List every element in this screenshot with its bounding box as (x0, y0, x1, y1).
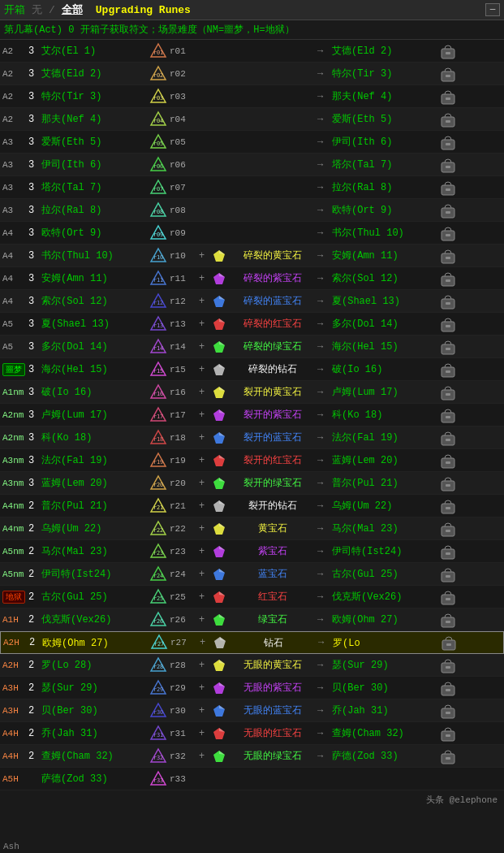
result-bag-icon (437, 156, 459, 174)
result-name: 乔(Jah 31) (332, 704, 437, 717)
rune-code: r07 (170, 183, 199, 193)
result-name: 科(Ko 18) (332, 408, 437, 422)
rune-name: 多尔(Dol 14) (41, 340, 147, 353)
gem-icon (210, 522, 228, 535)
svg-rect-41 (446, 257, 450, 259)
difficulty-level: A5H (2, 773, 28, 785)
difficulty-level: A4nm (2, 523, 28, 535)
result-name: 法尔(Fal 19) (332, 431, 437, 444)
close-button[interactable]: ─ (485, 3, 500, 16)
rune-icon: r09 (147, 224, 170, 242)
svg-text:r23: r23 (153, 550, 164, 556)
arrow: → (317, 159, 332, 171)
rune-icon: r32 (147, 747, 170, 765)
svg-rect-3 (446, 52, 450, 54)
table-row: A2H 2 罗(Lo 28) r28 r28 + 无眼的黄宝石 → 瑟(Sur … (0, 654, 504, 677)
result-name: 古尔(Gul 25) (332, 567, 437, 581)
arrow: → (317, 273, 332, 284)
quantity: 3 (28, 91, 41, 102)
gem-icon (210, 295, 228, 308)
result-bag-icon (437, 201, 459, 219)
gem-icon (210, 682, 228, 695)
rune-name: 伊司特(Ist24) (41, 567, 147, 581)
result-bag-icon (437, 110, 459, 128)
result-bag-icon (437, 429, 459, 447)
arrow: → (317, 296, 332, 307)
difficulty-level: A4 (2, 227, 28, 239)
result-name: 伐克斯(Vex26) (332, 590, 437, 604)
table-row: A3 3 爱斯(Eth 5) r05 r05 → 伊司(Ith 6) (0, 131, 504, 154)
quantity: 3 (28, 114, 41, 125)
quantity: 3 (28, 136, 41, 148)
table-row: A3H 2 瑟(Sur 29) r29 r29 + 无眼的紫宝石 → 贝(Ber… (0, 677, 504, 699)
quantity: 2 (29, 637, 42, 648)
table-row: A5nm 2 伊司特(Ist24) r24 r24 + 蓝宝石 → 古尔(Gul… (0, 563, 504, 586)
difficulty-level: A3nm (2, 478, 28, 489)
plus-sign: + (199, 500, 210, 512)
table-row: A3nm 3 法尔(Fal 19) r19 r19 + 裂开的红宝石 → 蓝姆(… (0, 449, 504, 472)
gem-name: 碎裂的蓝宝石 (228, 294, 317, 308)
arrow: → (317, 432, 332, 444)
tab-all[interactable]: 全部 (62, 2, 83, 17)
svg-rect-19 (446, 143, 450, 145)
quantity: 3 (28, 227, 41, 239)
result-name: 欧姆(Ohm 27) (332, 613, 437, 626)
rune-name: 卢姆(Lum 17) (41, 408, 147, 422)
arrow: → (317, 751, 332, 762)
rune-name: 查姆(Cham 32) (41, 749, 147, 763)
rune-icon: r18 (147, 429, 170, 447)
rune-icon: r05 (147, 133, 170, 151)
rune-name: 伊司(Ith 6) (41, 158, 147, 171)
rune-icon: r14 (147, 338, 170, 356)
result-name: 欧特(Ort 9) (332, 203, 437, 217)
rune-code: r03 (170, 92, 199, 102)
result-name: 伊司特(Ist24) (332, 544, 437, 558)
rune-code: r33 (170, 774, 199, 784)
rune-icon: r33 (147, 770, 170, 788)
table-container: A2 3 艾尔(El 1) r01 r01 → 艾德(Eld 2) A2 3 艾… (0, 40, 504, 790)
svg-text:r30: r30 (153, 709, 164, 716)
gem-name: 无眼的绿宝石 (228, 749, 317, 763)
rune-name: 古尔(Gul 25) (41, 590, 147, 604)
arrow: → (317, 682, 332, 694)
result-bag-icon (437, 88, 459, 106)
difficulty-level: A5nm (2, 569, 28, 580)
quantity: 2 (28, 546, 41, 557)
rune-icon: r17 (147, 406, 170, 424)
difficulty-level: A1nm (2, 387, 28, 398)
rune-code: r32 (170, 751, 199, 761)
svg-text:r22: r22 (153, 527, 164, 534)
gem-name: 无眼的黄宝石 (228, 658, 317, 672)
gem-icon (210, 704, 228, 717)
rune-name: 普尔(Pul 21) (41, 499, 147, 513)
gem-name: 无眼的紫宝石 (228, 681, 317, 695)
footer: 头条 @elephone (0, 790, 504, 809)
result-bag-icon (437, 520, 459, 538)
rune-name: 艾德(Eld 2) (41, 67, 147, 80)
rune-icon: r24 (147, 565, 170, 583)
rune-icon: r25 (147, 588, 170, 606)
rune-icon: r07 (147, 179, 170, 197)
arrow: → (317, 705, 332, 717)
plus-sign: + (199, 387, 210, 398)
rune-code: r12 (170, 297, 199, 306)
svg-rect-23 (446, 166, 450, 168)
svg-text:r21: r21 (153, 504, 164, 511)
plus-sign: + (199, 250, 210, 262)
rune-code: r31 (170, 729, 199, 738)
rune-icon: r28 (147, 656, 170, 674)
svg-rect-143 (446, 643, 451, 646)
table-row: A4nm 2 普尔(Pul 21) r21 r21 + 裂开的钻石 → 乌姆(U… (0, 495, 504, 517)
gem-icon (210, 659, 228, 672)
quantity: 2 (28, 500, 41, 512)
svg-rect-137 (446, 621, 450, 623)
rune-code: r18 (170, 433, 199, 443)
rune-name: 拉尔(Ral 8) (41, 203, 147, 217)
difficulty-level: A3H (2, 705, 28, 717)
svg-text:r05: r05 (153, 141, 164, 147)
svg-text:r02: r02 (153, 72, 164, 79)
svg-rect-53 (446, 302, 450, 305)
table-row: A2 3 艾尔(El 1) r01 r01 → 艾德(Eld 2) (0, 40, 504, 63)
result-bag-icon (438, 634, 459, 652)
difficulty-level: A4H (2, 751, 28, 762)
